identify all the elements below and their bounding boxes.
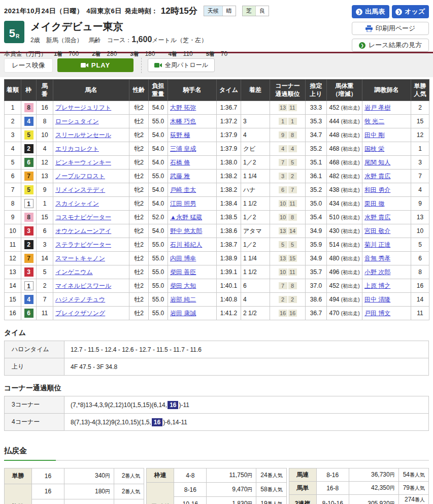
print-page-button[interactable]: 印刷用ページ: [352, 22, 429, 35]
horse-link[interactable]: スリールサンセール: [55, 131, 111, 139]
horse-link[interactable]: ピンキーウィンキー: [55, 159, 111, 166]
horse-link[interactable]: ノーブルフロスト: [55, 173, 105, 180]
page-header: 2021年10月24日（日曜） 4回東京6日 発走時刻：12時15分 天候 晴 …: [0, 0, 433, 51]
popularity-rank: 79番人気: [398, 482, 428, 495]
popularity-rank: 58番人気: [256, 483, 286, 497]
last-3f-time: 35.2: [306, 183, 327, 197]
bet-type-label: 複勝: [5, 484, 32, 504]
jockey-link[interactable]: 岩部 純二: [170, 296, 196, 303]
result-guide-button[interactable]: ❯ レース結果の見方: [352, 39, 429, 52]
combination: 8: [32, 499, 64, 504]
corner-position-chip: 7: [279, 159, 287, 166]
win-popularity: 16: [411, 279, 429, 293]
horse-name-cell: ノーブルフロスト: [53, 170, 129, 183]
trainer-link[interactable]: 岩戸 孝樹: [364, 104, 390, 111]
payout-row: 馬連8-1636,730円54番人気: [289, 468, 428, 482]
jockey-link[interactable]: 大野 拓弥: [170, 104, 196, 111]
horse-link[interactable]: スマートキャノン: [55, 255, 105, 262]
horse-link[interactable]: スカイシャイン: [55, 200, 99, 207]
payout-tables: 単勝16340円2番人気複勝16180円2番人気83,800円16番人気101,…: [4, 468, 429, 504]
bet-type-label: 枠連: [147, 468, 174, 483]
horse-link[interactable]: インゲニウム: [55, 268, 93, 276]
table-row: 6713ノーブルフロスト牡255.0武藤 雅1:38.21 1/43236.14…: [5, 170, 429, 183]
jockey-link[interactable]: 戸崎 圭太: [170, 186, 196, 193]
jockey-link[interactable]: 石橋 脩: [170, 159, 190, 166]
jockey-link[interactable]: 柴田 大知: [170, 282, 196, 289]
jockey-cell: 大野 拓弥: [168, 101, 217, 115]
payout-row: 枠連4-811,750円24番人気: [147, 468, 286, 483]
horse-weight: 434 (初出走): [327, 197, 362, 211]
race-result-page: 2021年10月24日（日曜） 4回東京6日 発走時刻：12時15分 天候 晴 …: [0, 0, 433, 504]
corner-row: 4コーナー 8(7,13)-4(3,12)9(2,10,15)(1,5,16)-…: [5, 414, 429, 431]
weight-note: (初出走): [341, 132, 360, 138]
jockey-cell: 荻野 極: [168, 128, 217, 142]
jockey-link[interactable]: 江田 照男: [170, 200, 196, 207]
trainer-link[interactable]: 音無 秀孝: [364, 255, 390, 262]
race-time: 1:38.7: [217, 238, 241, 252]
win-popularity: 9: [411, 197, 429, 211]
margin: 1 1/2: [241, 265, 270, 279]
prize-item: 4着110: [168, 50, 192, 57]
trainer-link[interactable]: 和田 勇介: [364, 186, 390, 193]
corner-position-chip: 11: [288, 268, 297, 276]
payout-row: 3連複8-10-16305,920円274番人気: [289, 495, 428, 504]
trainer-link[interactable]: 田中 清隆: [364, 296, 390, 303]
horse-link[interactable]: プレサージュリフト: [55, 104, 111, 111]
trainer-link[interactable]: 尾関 知人: [364, 159, 390, 166]
odds-button[interactable]: ❯ オッズ: [392, 5, 429, 18]
jockey-link[interactable]: 柴田 善臣: [170, 268, 196, 276]
horse-name-cell: コスモナビゲーター: [53, 211, 129, 224]
jockey-link[interactable]: 武藤 雅: [170, 173, 190, 180]
time-section-title: タイム: [4, 328, 429, 338]
jockey-link[interactable]: 木幡 巧也: [170, 118, 196, 125]
prize-items: 1着7002着2803着1804着1105着70: [54, 50, 241, 58]
horse-link[interactable]: ステラナビゲーター: [55, 241, 111, 248]
trainer-link[interactable]: 栗田 徹: [364, 200, 384, 207]
jockey-link[interactable]: 石川 裕紀人: [170, 241, 202, 248]
margin: 2 1/2: [241, 307, 270, 320]
jockey-link[interactable]: 内田 博幸: [170, 255, 196, 262]
trainer-link[interactable]: 宮田 敬介: [364, 227, 390, 234]
trainer-link[interactable]: 菊川 正達: [364, 241, 390, 248]
bet-type-label: 馬連: [289, 468, 316, 482]
jockey-link[interactable]: 野中 悠太郎: [170, 227, 202, 234]
entries-button[interactable]: ❯ 出馬表: [352, 5, 389, 18]
horse-link[interactable]: リメインステディ: [55, 186, 105, 193]
trainer-link[interactable]: 上原 博之: [364, 282, 390, 289]
trainer-link[interactable]: 国枝 栄: [364, 145, 384, 152]
horse-number: 15: [37, 211, 53, 224]
finish-position: 5: [5, 156, 21, 170]
play-button[interactable]: PLAY: [57, 58, 134, 72]
video-camera-icon: [154, 62, 162, 68]
trainer-link[interactable]: 水野 貴広: [364, 173, 390, 180]
jockey-link[interactable]: 岩田 康誠: [170, 310, 196, 317]
corner-value: 8(7,13)-4(3,12)9(2,10,15)(1,5,16)-6,14-1…: [64, 414, 429, 431]
jockey-link[interactable]: 三浦 皇成: [170, 145, 196, 152]
trainer-link[interactable]: 田中 剛: [364, 131, 384, 139]
trainer-cell: 音無 秀孝: [362, 252, 411, 265]
trainer-link[interactable]: 戸田 博文: [364, 310, 390, 317]
horse-link[interactable]: マイネルビスワール: [55, 282, 111, 289]
jockey-link[interactable]: ▲永野 猛蔵: [170, 214, 202, 221]
horse-link[interactable]: オウケンムーンアイ: [55, 227, 111, 234]
carried-weight: 52.0: [149, 211, 168, 224]
trainer-link[interactable]: 水野 貴広: [364, 214, 390, 221]
race-movie-button[interactable]: レース映像: [4, 58, 53, 73]
prize-item: 3着180: [130, 50, 155, 57]
jockey-link[interactable]: 荻野 極: [170, 131, 190, 139]
last-3f-time: 35.3: [306, 115, 327, 128]
trainer-link[interactable]: 小野 次郎: [364, 268, 390, 276]
frame-number-badge: 7: [24, 254, 34, 263]
horse-link[interactable]: ローシュタイン: [55, 118, 99, 125]
horse-link[interactable]: エリカコレクト: [55, 145, 99, 152]
horse-link[interactable]: コスモナビゲーター: [55, 214, 111, 221]
horse-link[interactable]: ブレイクザソング: [55, 310, 105, 317]
last-3f-time: 38.6: [306, 293, 327, 307]
sex-age: 牝2: [129, 183, 149, 197]
results-header-row: 着順枠馬番馬名性齢負担重量騎手名タイム着差コーナー通過順位推定上り馬体重（増減）…: [5, 80, 429, 101]
patrol-video-button[interactable]: 全周パトロール: [148, 58, 215, 72]
corner-order-text: )-6,14-11: [163, 419, 187, 426]
horse-link[interactable]: ハジメテノチュウ: [55, 296, 105, 303]
frame-cell: 6: [21, 307, 37, 320]
trainer-link[interactable]: 牧 光二: [364, 118, 384, 125]
